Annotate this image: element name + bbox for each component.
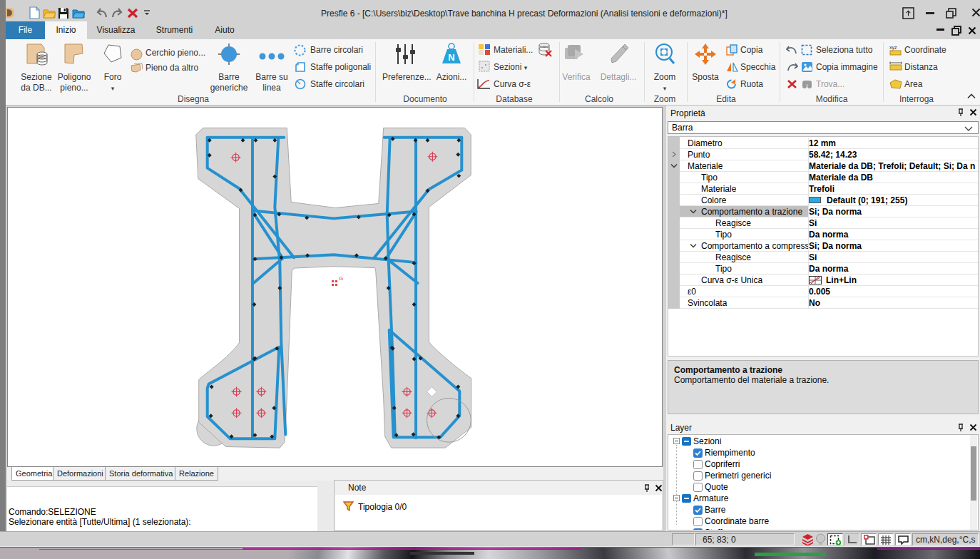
svg-text:N: N (448, 52, 454, 63)
svg-text:G: G (339, 275, 343, 282)
svg-text:xyz: xyz (889, 45, 897, 51)
